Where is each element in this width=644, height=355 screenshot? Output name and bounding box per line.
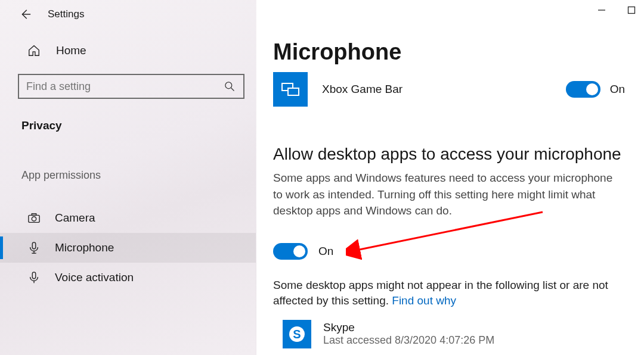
microphone-icon [27,241,41,254]
desktop-app-name: Skype [323,321,494,334]
skype-icon: S [283,320,311,348]
app-name: Xbox Game Bar [322,83,402,96]
back-button[interactable] [18,7,32,21]
search-input[interactable] [26,80,223,93]
sidebar-item-voice-activation[interactable]: Voice activation [0,263,256,292]
search-icon [223,80,236,93]
main-content: Microphone Xbox Game Bar On Allow deskto… [256,0,644,355]
search-box[interactable] [18,74,244,99]
svg-line-4 [231,88,234,91]
svg-rect-8 [32,242,36,249]
desktop-apps-heading: Allow desktop apps to access your microp… [273,145,633,164]
sidebar-item-label: Voice activation [55,271,134,284]
app-row-xbox-game-bar: Xbox Game Bar On [273,72,633,107]
svg-rect-14 [288,88,299,95]
desktop-apps-toggle[interactable] [273,243,308,260]
home-label: Home [56,44,86,57]
xbox-game-bar-toggle[interactable] [566,81,600,98]
svg-rect-11 [32,272,36,279]
window-title: Settings [48,8,84,20]
sidebar: Settings Home Privacy App permissions Ca… [0,0,256,355]
sidebar-item-label: Camera [55,211,95,225]
svg-text:S: S [293,328,301,341]
home-icon [27,44,41,57]
sidebar-item-microphone[interactable]: Microphone [0,233,256,263]
minimize-button[interactable] [595,4,608,17]
svg-rect-1 [628,7,635,14]
sidebar-group-label: App permissions [0,132,256,190]
desktop-apps-note: Some desktop apps might not appear in th… [273,278,631,309]
voice-activation-icon [27,271,41,284]
svg-rect-7 [32,214,36,216]
sidebar-section-title: Privacy [0,99,256,132]
toggle-state-label: On [318,245,333,258]
desktop-apps-description: Some apps and Windows features need to a… [273,170,625,219]
sidebar-item-camera[interactable]: Camera [0,203,256,233]
svg-point-3 [225,82,232,89]
toggle-state-label: On [610,83,625,96]
maximize-button[interactable] [625,4,638,17]
xbox-game-bar-icon [273,72,308,107]
desktop-app-row-skype: S Skype Last accessed 8/3/2020 4:07:26 P… [283,320,633,348]
page-heading: Microphone [273,0,633,70]
camera-icon [27,211,41,225]
sidebar-item-home[interactable]: Home [0,26,256,74]
svg-point-6 [32,217,36,221]
find-out-why-link[interactable]: Find out why [392,294,456,307]
sidebar-item-label: Microphone [55,241,114,254]
desktop-app-last-accessed: Last accessed 8/3/2020 4:07:26 PM [323,334,494,347]
